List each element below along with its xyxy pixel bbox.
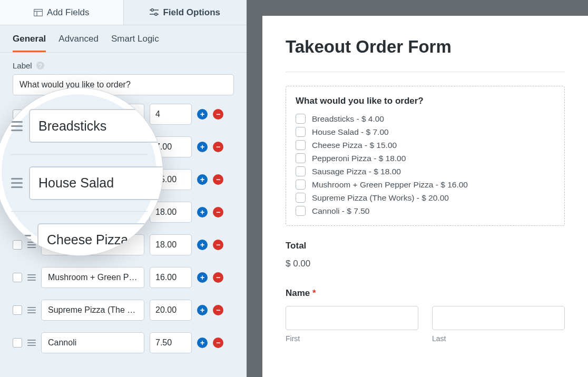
subtab-advanced[interactable]: Advanced — [58, 34, 99, 52]
label-heading-row: Label ? — [13, 61, 234, 70]
name-field-label: Name * — [286, 288, 565, 299]
preview-option[interactable]: House Salad - $ 7.00 — [296, 127, 555, 137]
remove-choice-button[interactable]: − — [213, 240, 223, 250]
magnifier-overlay — [0, 87, 163, 256]
choice-price-input[interactable] — [150, 300, 192, 321]
add-choice-button[interactable]: + — [197, 272, 208, 283]
last-name-input[interactable] — [432, 306, 565, 330]
remove-choice-button[interactable]: − — [213, 142, 223, 152]
sidebar: Add Fields Field Options General Advance… — [0, 0, 247, 377]
remove-choice-button[interactable]: − — [213, 207, 223, 217]
first-name-sublabel: First — [286, 334, 418, 343]
drag-handle-icon[interactable] — [27, 340, 36, 346]
choice-default-checkbox[interactable] — [13, 240, 22, 250]
svg-point-4 — [151, 9, 153, 11]
form-card: Takeout Order Form What would you like t… — [262, 16, 588, 377]
option-checkbox[interactable] — [296, 193, 306, 203]
option-text: House Salad - $ 7.00 — [312, 127, 389, 137]
form-title: Takeout Order Form — [286, 37, 565, 57]
add-choice-button[interactable]: + — [197, 142, 208, 152]
tab-label: Add Fields — [47, 7, 89, 18]
choice-price-input[interactable] — [150, 267, 192, 288]
top-tabs: Add Fields Field Options — [0, 0, 247, 25]
choice-price-input[interactable] — [150, 332, 192, 353]
required-asterisk: * — [312, 288, 316, 298]
choice-label-input[interactable] — [41, 267, 144, 288]
choice-label-input[interactable] — [41, 332, 144, 353]
preview-option[interactable]: Cannoli - $ 7.50 — [296, 206, 555, 216]
option-text: Supreme Pizza (The Works) - $ 20.00 — [312, 193, 449, 203]
preview-option[interactable]: Mushroom + Green Pepper Pizza - $ 16.00 — [296, 180, 555, 190]
remove-choice-button[interactable]: − — [213, 305, 223, 315]
choice-row: + − — [13, 267, 234, 288]
sliders-icon — [150, 8, 159, 16]
label-heading: Label — [13, 61, 32, 70]
drag-handle-icon[interactable] — [11, 121, 23, 131]
subtab-general[interactable]: General — [13, 34, 46, 52]
total-value: $ 0.00 — [286, 259, 565, 269]
add-choice-button[interactable]: + — [197, 109, 208, 120]
preview-option[interactable]: Supreme Pizza (The Works) - $ 20.00 — [296, 193, 555, 203]
add-choice-button[interactable]: + — [197, 174, 208, 185]
help-icon[interactable]: ? — [36, 62, 44, 70]
tab-field-options[interactable]: Field Options — [124, 0, 247, 25]
preview-options: Breadsticks - $ 4.00House Salad - $ 7.00… — [296, 114, 555, 216]
magnified-choice-row — [11, 154, 148, 211]
add-choice-button[interactable]: + — [197, 338, 208, 348]
drag-handle-icon[interactable] — [27, 274, 36, 281]
choice-default-checkbox[interactable] — [13, 338, 22, 348]
add-choice-button[interactable]: + — [197, 207, 208, 217]
magnified-choice-row — [11, 97, 148, 154]
preview-option[interactable]: Pepperoni Pizza - $ 18.00 — [296, 153, 555, 163]
add-choice-button[interactable]: + — [197, 240, 208, 250]
preview-area: Takeout Order Form What would you like t… — [247, 0, 588, 377]
preview-option[interactable]: Cheese Pizza - $ 15.00 — [296, 140, 555, 150]
field-label-input[interactable] — [13, 74, 234, 95]
total-label: Total — [286, 241, 565, 251]
option-text: Cannoli - $ 7.50 — [312, 206, 369, 216]
choice-price-input[interactable] — [150, 104, 192, 125]
tab-add-fields[interactable]: Add Fields — [0, 0, 124, 25]
remove-choice-button[interactable]: − — [213, 174, 223, 185]
option-text: Breadsticks - $ 4.00 — [312, 114, 384, 124]
remove-choice-button[interactable]: − — [213, 338, 223, 348]
field-question-label: What would you like to order? — [296, 96, 555, 106]
layout-icon — [34, 9, 43, 16]
choice-row: + − — [13, 300, 234, 321]
sub-tabs: General Advanced Smart Logic — [0, 25, 247, 53]
choice-price-input[interactable] — [150, 234, 192, 255]
choice-default-checkbox[interactable] — [13, 273, 22, 282]
last-name-sublabel: Last — [432, 334, 565, 343]
option-checkbox[interactable] — [296, 127, 306, 137]
add-choice-button[interactable]: + — [197, 305, 208, 315]
option-text: Sausage Pizza - $ 18.00 — [312, 167, 401, 176]
svg-rect-0 — [34, 9, 43, 16]
divider — [286, 72, 565, 72]
checkbox-field-group[interactable]: What would you like to order? Breadstick… — [286, 86, 565, 226]
choice-row: + − — [13, 332, 234, 353]
option-checkbox[interactable] — [296, 140, 306, 150]
option-checkbox[interactable] — [296, 206, 306, 216]
svg-point-6 — [155, 13, 157, 15]
option-checkbox[interactable] — [296, 180, 306, 190]
remove-choice-button[interactable]: − — [213, 272, 223, 283]
option-checkbox[interactable] — [296, 153, 306, 163]
remove-choice-button[interactable]: − — [213, 109, 223, 120]
drag-handle-icon[interactable] — [27, 307, 36, 313]
choice-label-input[interactable] — [29, 166, 163, 200]
option-text: Pepperoni Pizza - $ 18.00 — [312, 154, 406, 163]
choice-label-input[interactable] — [41, 300, 144, 321]
option-checkbox[interactable] — [296, 166, 306, 176]
option-text: Mushroom + Green Pepper Pizza - $ 16.00 — [312, 180, 468, 190]
name-fields-row: First Last — [286, 306, 565, 343]
option-checkbox[interactable] — [296, 114, 306, 124]
preview-option[interactable]: Breadsticks - $ 4.00 — [296, 114, 555, 124]
subtab-smart-logic[interactable]: Smart Logic — [111, 34, 159, 52]
first-name-input[interactable] — [286, 306, 418, 330]
option-text: Cheese Pizza - $ 15.00 — [312, 141, 397, 150]
drag-handle-icon[interactable] — [11, 178, 23, 188]
choice-default-checkbox[interactable] — [13, 305, 22, 315]
preview-option[interactable]: Sausage Pizza - $ 18.00 — [296, 166, 555, 176]
tab-label: Field Options — [163, 7, 220, 18]
